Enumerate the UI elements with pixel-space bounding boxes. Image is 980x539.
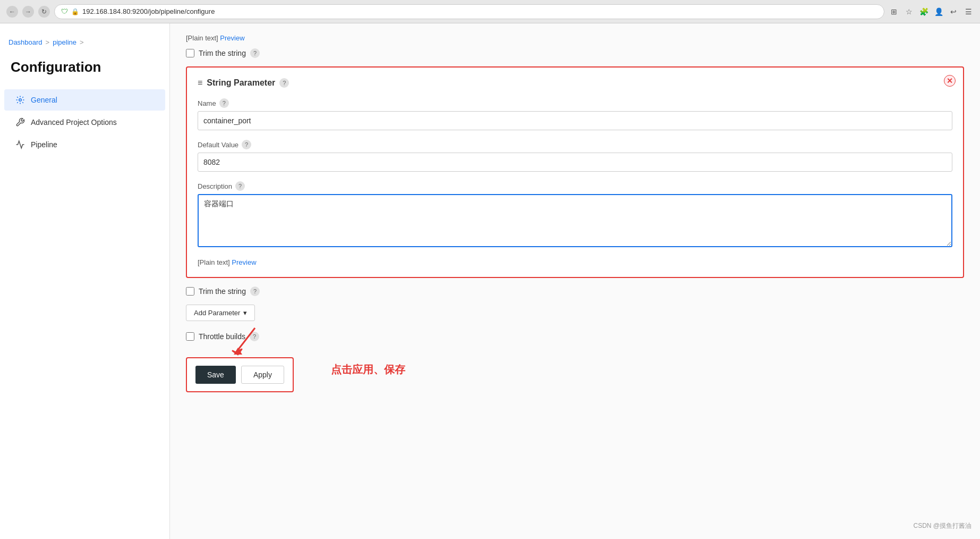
annotation-text: 点击应用、保存 (331, 363, 405, 377)
shield-icon: 🛡 (61, 7, 68, 15)
trim-checkbox-bottom[interactable] (186, 287, 194, 296)
name-input[interactable] (198, 111, 952, 130)
sidebar-label-general: General (31, 96, 57, 104)
flow-icon (15, 139, 25, 150)
extension-icon[interactable]: 🧩 (918, 6, 929, 17)
page-layout: Dashboard > pipeline > Configuration Gen… (0, 23, 980, 539)
breadcrumb-pipeline[interactable]: pipeline (53, 38, 76, 46)
svg-point-0 (19, 99, 22, 102)
preview-row: [Plain text] Preview (198, 258, 952, 266)
throttle-checkbox[interactable] (186, 332, 194, 341)
close-button[interactable]: ✕ (944, 75, 956, 87)
sidebar-label-pipeline: Pipeline (31, 140, 57, 149)
default-value-input[interactable] (198, 153, 952, 172)
add-parameter-button[interactable]: Add Parameter ▾ (186, 305, 255, 321)
grid-icon[interactable]: ⊞ (889, 6, 899, 17)
wrench-icon (15, 117, 25, 128)
browser-icons-right: ⊞ ☆ 🧩 👤 ↩ ☰ (889, 6, 974, 17)
breadcrumb: Dashboard > pipeline > (0, 34, 169, 50)
action-area: Save Apply 点击应用、保存 (186, 357, 964, 392)
profile-icon[interactable]: 👤 (933, 6, 944, 17)
breadcrumb-dashboard[interactable]: Dashboard (8, 38, 42, 46)
breadcrumb-sep1: > (46, 38, 50, 46)
add-param-label: Add Parameter (194, 309, 240, 317)
param-title: String Parameter (207, 78, 275, 88)
apply-button[interactable]: Apply (241, 366, 284, 384)
description-help-icon[interactable]: ? (235, 181, 245, 191)
trim-label-bottom: Trim the string (199, 287, 246, 296)
lock-icon: 🔒 (71, 8, 79, 15)
main-content: [Plain text] Preview Trim the string ? ✕… (170, 23, 980, 539)
description-textarea[interactable]: 容器端口 (198, 194, 952, 247)
trim-checkbox-top[interactable] (186, 49, 194, 57)
name-field-group: Name ? (198, 98, 952, 130)
trim-label-top: Trim the string (199, 49, 246, 57)
preview-prefix: [Plain text] (198, 258, 230, 266)
sidebar-label-advanced: Advanced Project Options (31, 118, 117, 127)
menu-icon[interactable]: ☰ (963, 6, 974, 17)
gear-icon (15, 95, 25, 105)
csdn-watermark: CSDN @摸鱼打酱油 (913, 521, 972, 530)
back-icon2[interactable]: ↩ (948, 6, 959, 17)
arrow-indicator (218, 325, 260, 359)
star-icon[interactable]: ☆ (904, 6, 914, 17)
trim-row-top: Trim the string ? (186, 48, 964, 58)
save-button[interactable]: Save (195, 366, 236, 384)
sidebar-item-general[interactable]: General (4, 89, 165, 111)
plain-text-prefix-top: [Plain text] (186, 34, 218, 42)
trim-help-icon-top[interactable]: ? (250, 48, 260, 58)
default-value-field-group: Default Value ? (198, 140, 952, 172)
default-help-icon[interactable]: ? (242, 140, 251, 149)
name-help-icon[interactable]: ? (219, 98, 229, 108)
trim-row-bottom: Trim the string ? (186, 287, 964, 296)
buttons-wrapper: Save Apply (186, 357, 294, 392)
plain-text-preview-top: [Plain text] Preview (186, 34, 964, 42)
throttle-row: Throttle builds ? (186, 332, 964, 341)
add-param-chevron: ▾ (243, 309, 247, 317)
description-field-group: Description ? 容器端口 (198, 181, 952, 249)
browser-bar: ← → ↻ 🛡 🔒 192.168.184.80:9200/job/pipeli… (0, 0, 980, 23)
name-label: Name ? (198, 98, 952, 108)
default-value-label: Default Value ? (198, 140, 952, 149)
forward-button[interactable]: → (22, 6, 34, 18)
param-header: ≡ String Parameter ? (198, 78, 952, 88)
address-bar[interactable]: 🛡 🔒 192.168.184.80:9200/job/pipeline/con… (54, 4, 884, 19)
back-button[interactable]: ← (6, 6, 18, 18)
preview-link-top[interactable]: Preview (220, 34, 244, 42)
string-param-box: ✕ ≡ String Parameter ? Name ? Default Va… (186, 66, 964, 278)
action-buttons-box: Save Apply (186, 357, 294, 392)
hamburger-icon: ≡ (198, 78, 202, 88)
url-text: 192.168.184.80:9200/job/pipeline/configu… (82, 7, 215, 15)
param-help-icon[interactable]: ? (279, 78, 289, 88)
preview-link[interactable]: Preview (232, 258, 256, 266)
breadcrumb-sep2: > (80, 38, 84, 46)
description-label: Description ? (198, 181, 952, 191)
sidebar: Dashboard > pipeline > Configuration Gen… (0, 23, 170, 539)
sidebar-item-pipeline[interactable]: Pipeline (4, 134, 165, 155)
trim-help-icon-bottom[interactable]: ? (250, 287, 260, 296)
sidebar-item-advanced[interactable]: Advanced Project Options (4, 112, 165, 133)
config-title: Configuration (0, 50, 169, 88)
refresh-button[interactable]: ↻ (38, 6, 50, 18)
